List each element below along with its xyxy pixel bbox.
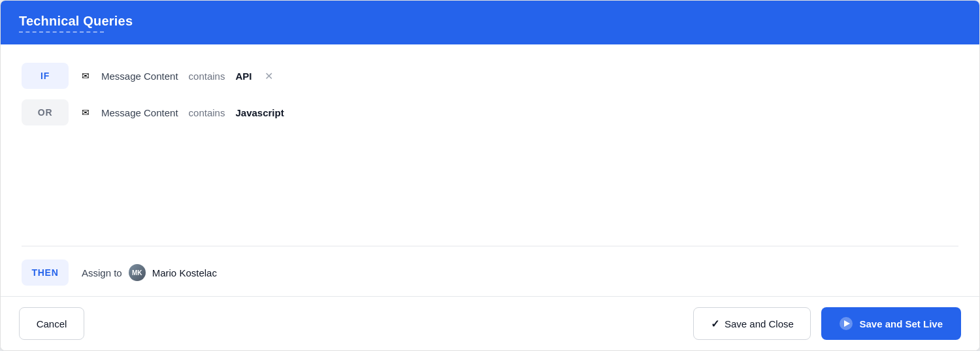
or-field-label: Message Content [101,107,178,118]
modal-footer: Cancel ✓ Save and Close Save and Set Liv… [1,296,979,350]
cancel-button[interactable]: Cancel [19,307,84,340]
or-badge: OR [22,99,69,125]
save-close-label: Save and Close [725,318,794,329]
if-operator-label: contains [189,71,225,82]
footer-right: ✓ Save and Close Save and Set Live [693,307,961,340]
then-badge: THEN [22,259,69,286]
if-badge: IF [22,63,69,89]
save-live-label: Save and Set Live [859,318,943,329]
avatar-inner: MK [129,264,146,281]
if-field-label: Message Content [101,71,178,82]
agent-name: Mario Kostelac [152,267,217,278]
modal-body: IF ✉ Message Content contains API ✕ OR ✉… [1,44,979,296]
modal-container: Technical Queries IF ✉ Message Content c… [0,0,980,351]
play-triangle [844,320,850,327]
if-condition-content: ✉ Message Content contains API ✕ [82,70,273,82]
section-divider [22,246,958,246]
envelope-icon-1: ✉ [82,71,90,81]
checkmark-icon: ✓ [711,318,719,330]
or-condition-row: OR ✉ Message Content contains Javascript [22,99,958,125]
if-condition-row: IF ✉ Message Content contains API ✕ [22,63,958,89]
play-icon [840,317,853,330]
or-value: Javascript [235,107,284,118]
save-and-close-button[interactable]: ✓ Save and Close [693,307,811,340]
modal-title-underline [19,31,104,33]
save-and-set-live-button[interactable]: Save and Set Live [821,307,961,340]
modal-title: Technical Queries [19,14,961,29]
avatar: MK [129,264,146,281]
if-value: API [235,71,252,82]
or-operator-label: contains [189,107,225,118]
or-condition-content: ✉ Message Content contains Javascript [82,107,284,118]
modal-header: Technical Queries [1,1,979,44]
conditions-section: IF ✉ Message Content contains API ✕ OR ✉… [22,63,958,238]
assign-to-label: Assign to [82,267,122,278]
envelope-icon-2: ✉ [82,107,90,118]
remove-if-condition-icon[interactable]: ✕ [265,70,273,82]
then-section: THEN Assign to MK Mario Kostelac [22,254,958,286]
assign-content: Assign to MK Mario Kostelac [82,264,217,281]
